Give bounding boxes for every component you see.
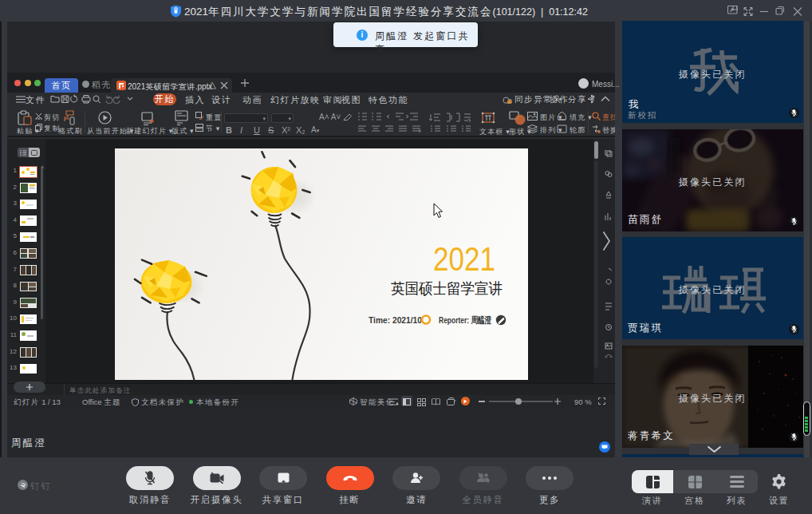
- svg-text:2021: 2021: [433, 239, 495, 278]
- svg-text:Time: 2021/10: Time: 2021/10: [369, 315, 422, 325]
- svg-text:Reporter: 周醖澄: Reporter: 周醖澄: [439, 315, 491, 325]
- svg-text:英国硕士留学宣讲: 英国硕士留学宣讲: [391, 280, 503, 297]
